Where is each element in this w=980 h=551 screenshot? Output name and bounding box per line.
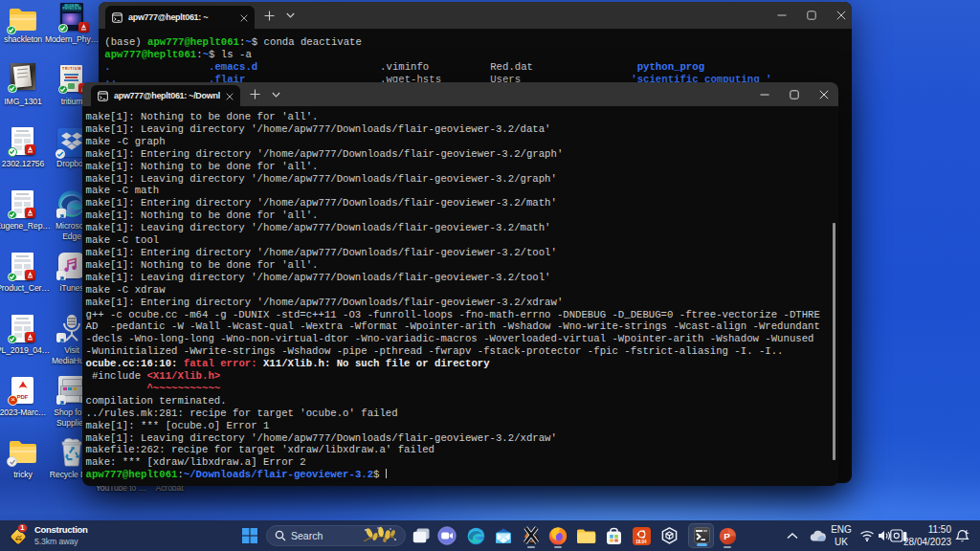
svg-text:P: P [724, 531, 730, 541]
